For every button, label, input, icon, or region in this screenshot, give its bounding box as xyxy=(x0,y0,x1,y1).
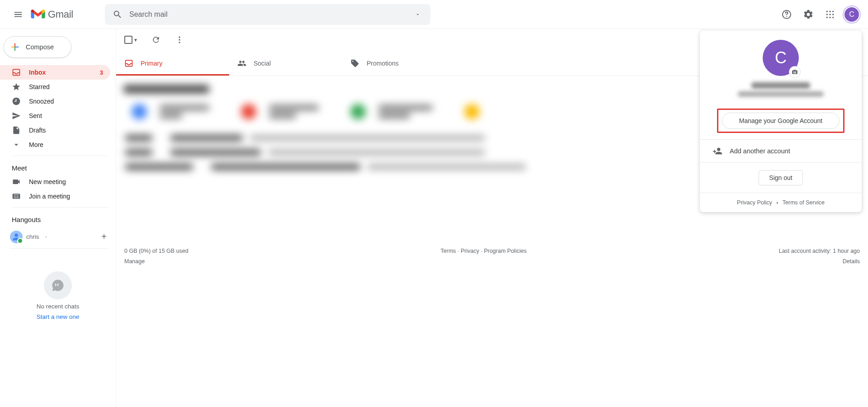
svg-point-4 xyxy=(832,10,834,12)
checkbox-icon xyxy=(124,36,132,44)
people-icon xyxy=(237,59,246,68)
sidebar-item-label: New meeting xyxy=(29,178,66,185)
terms-link[interactable]: Terms xyxy=(441,248,456,254)
sidebar-item-label: Inbox xyxy=(29,69,46,76)
main-menu-button[interactable] xyxy=(7,4,29,25)
account-name-blurred xyxy=(751,82,810,89)
search-button[interactable] xyxy=(108,5,127,24)
caret-down-icon xyxy=(44,235,48,239)
hangouts-username: chris xyxy=(26,233,39,240)
tab-label: Primary xyxy=(141,60,162,67)
hangouts-new-button[interactable]: + xyxy=(98,230,110,244)
menu-icon xyxy=(13,9,23,19)
apps-grid-icon xyxy=(826,10,835,19)
svg-point-7 xyxy=(832,14,834,15)
search-options-button[interactable] xyxy=(409,5,427,24)
sidebar-item-label: Snoozed xyxy=(29,98,54,105)
sidebar-item-label: More xyxy=(29,141,43,148)
manage-account-label: Manage your Google Account xyxy=(739,117,822,124)
tos-link[interactable]: Terms of Service xyxy=(783,199,825,206)
manage-storage-link[interactable]: Manage xyxy=(124,258,145,265)
storage-text: 0 GB (0%) of 15 GB used xyxy=(124,246,189,256)
avatar: C xyxy=(844,7,859,22)
details-link[interactable]: Details xyxy=(843,258,860,265)
tag-icon xyxy=(350,59,359,68)
more-button[interactable] xyxy=(174,34,185,45)
person-add-icon xyxy=(712,146,722,156)
activity-text: Last account activity: 1 hour ago xyxy=(779,246,860,256)
sidebar-item-inbox[interactable]: Inbox 3 xyxy=(0,65,110,80)
svg-point-10 xyxy=(832,17,834,18)
popup-footer: Privacy Policy Terms of Service xyxy=(700,193,862,212)
start-new-chat-link[interactable]: Start a new one xyxy=(37,313,80,320)
svg-point-3 xyxy=(829,10,830,12)
tab-label: Social xyxy=(254,60,271,67)
file-icon xyxy=(12,126,21,135)
footer: 0 GB (0%) of 15 GB used Manage Terms · P… xyxy=(116,246,868,274)
svg-point-5 xyxy=(826,14,828,15)
person-icon xyxy=(12,233,20,241)
sign-out-label: Sign out xyxy=(769,174,792,181)
account-email-blurred xyxy=(738,91,824,97)
tab-promotions[interactable]: Promotions xyxy=(342,51,455,76)
search-icon xyxy=(113,9,123,19)
settings-button[interactable] xyxy=(799,5,817,24)
gmail-logo-icon xyxy=(31,9,45,20)
privacy-policy-link[interactable]: Privacy Policy xyxy=(737,199,772,206)
inbox-icon xyxy=(124,59,133,68)
meet-section-title: Meet xyxy=(0,156,116,175)
privacy-link[interactable]: Privacy xyxy=(461,248,479,254)
tab-social[interactable]: Social xyxy=(229,51,342,76)
sidebar-item-starred[interactable]: Starred xyxy=(0,80,110,94)
video-icon xyxy=(12,177,21,186)
caret-down-icon: ▼ xyxy=(133,38,138,43)
header-right: C xyxy=(778,5,861,24)
sidebar-item-label: Drafts xyxy=(29,127,46,134)
sidebar-item-join-meeting[interactable]: Join a meeting xyxy=(0,189,110,204)
tab-primary[interactable]: Primary xyxy=(116,51,229,76)
search-bar xyxy=(105,4,430,25)
sidebar-item-drafts[interactable]: Drafts xyxy=(0,123,110,137)
main-content: ▼ Primary Social Promotions xyxy=(116,29,868,407)
compose-label: Compose xyxy=(26,43,54,51)
account-button[interactable]: C xyxy=(843,5,861,24)
no-chats-text: No recent chats xyxy=(37,303,80,310)
account-popup: C Manage your Google Account Add another… xyxy=(700,31,862,212)
hangouts-avatar xyxy=(10,231,23,243)
gear-icon xyxy=(803,9,814,20)
send-icon xyxy=(12,111,21,120)
apps-button[interactable] xyxy=(821,5,839,24)
inbox-icon xyxy=(12,68,21,77)
hangouts-user-row[interactable]: chris + xyxy=(0,226,116,247)
caret-down-icon xyxy=(415,12,420,17)
select-all-checkbox[interactable]: ▼ xyxy=(124,36,138,44)
compose-button[interactable]: Compose xyxy=(4,36,71,58)
add-account-button[interactable]: Add another account xyxy=(700,140,862,162)
svg-point-6 xyxy=(829,14,830,15)
svg-point-13 xyxy=(179,39,180,40)
svg-point-1 xyxy=(786,16,787,17)
svg-point-14 xyxy=(179,42,180,43)
sidebar-item-more[interactable]: More xyxy=(0,137,110,152)
sidebar-item-snoozed[interactable]: Snoozed xyxy=(0,94,110,109)
sidebar-item-new-meeting[interactable]: New meeting xyxy=(0,175,110,189)
hangouts-empty-state: No recent chats Start a new one xyxy=(0,271,116,320)
search-input[interactable] xyxy=(127,10,409,19)
highlight-annotation: Manage your Google Account xyxy=(717,109,844,133)
manage-account-button[interactable]: Manage your Google Account xyxy=(722,113,840,129)
sidebar-item-label: Starred xyxy=(29,83,50,90)
tab-label: Promotions xyxy=(367,60,399,67)
keyboard-icon xyxy=(12,192,21,201)
star-icon xyxy=(12,82,21,91)
sign-out-button[interactable]: Sign out xyxy=(759,170,802,185)
policies-link[interactable]: Program Policies xyxy=(484,248,526,254)
svg-point-9 xyxy=(829,17,830,18)
gmail-logo[interactable]: Gmail xyxy=(31,9,73,20)
sidebar-item-sent[interactable]: Sent xyxy=(0,109,110,123)
support-button[interactable] xyxy=(778,5,796,24)
change-photo-button[interactable] xyxy=(789,66,801,78)
camera-icon xyxy=(792,69,798,75)
inbox-count: 3 xyxy=(100,69,103,76)
refresh-button[interactable] xyxy=(151,34,161,45)
svg-point-2 xyxy=(826,10,828,12)
